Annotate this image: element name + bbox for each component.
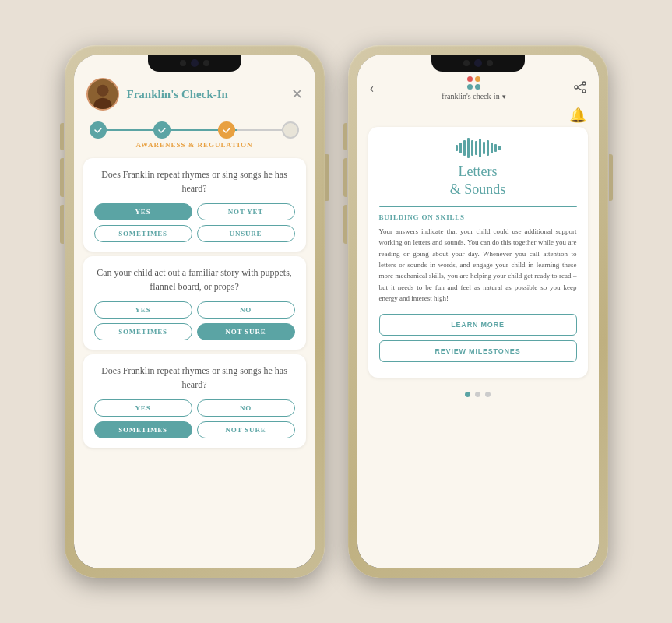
bar-12: [498, 146, 501, 150]
svg-point-4: [582, 90, 586, 93]
camera-speaker: [180, 60, 186, 66]
phone-1: Franklin's Check-In ✕: [65, 45, 325, 578]
bar-3: [463, 140, 466, 156]
dot-teal-1: [467, 84, 473, 90]
bar-9: [487, 140, 489, 156]
body-text: Your answers indicate that your child co…: [379, 226, 577, 304]
question-text-2: Can your child act out a familiar story …: [94, 266, 295, 294]
q2-btn-not-sure[interactable]: NOT SURE: [197, 323, 295, 340]
side-button-left-2: [343, 158, 347, 197]
q2-btn-no[interactable]: NO: [197, 301, 295, 319]
phone-2: ‹ franklin's check-in ▾: [348, 45, 608, 578]
divider: [379, 206, 577, 207]
card-title: Letters & Sounds: [379, 163, 577, 199]
sound-icon: [379, 138, 577, 158]
progress-step-2: [153, 121, 171, 139]
bell-icon[interactable]: 🔔: [569, 107, 586, 124]
bell-area: 🔔: [357, 107, 599, 127]
camera-lens-2: [474, 59, 482, 67]
q1-btn-unsure[interactable]: UNSURE: [197, 225, 295, 242]
q1-btn-sometimes[interactable]: SOMETIMES: [94, 225, 192, 242]
question-card-2: Can your child act out a familiar story …: [83, 256, 306, 350]
avatar: [86, 78, 119, 111]
dot-red: [467, 76, 473, 82]
question-3-buttons: YES NO SOMETIMES NOT SURE: [94, 399, 295, 438]
dot-teal-2: [475, 84, 480, 90]
question-text-1: Does Franklin repeat rhymes or sing song…: [94, 167, 295, 195]
q2-btn-sometimes[interactable]: SOMETIMES: [94, 323, 192, 340]
progress-label: AWARENESS & REGULATION: [74, 139, 315, 153]
review-milestones-button[interactable]: REVIEW MILESTONES: [379, 340, 577, 362]
svg-point-1: [97, 85, 108, 97]
q3-btn-no[interactable]: NO: [197, 399, 295, 417]
bar-5: [471, 140, 473, 156]
side-button-2: [60, 158, 64, 197]
back-button[interactable]: ‹: [370, 80, 375, 97]
camera-bar: [148, 55, 241, 72]
question-card-1: Does Franklin repeat rhymes or sing song…: [83, 158, 306, 252]
side-button-right-2: [609, 154, 613, 201]
p2-app-title: franklin's check-in: [442, 92, 499, 100]
bar-4: [467, 138, 470, 158]
bar-7: [479, 139, 481, 157]
camera-bar-2: [431, 55, 525, 72]
learn-more-button[interactable]: LEARN MORE: [379, 314, 577, 336]
logo-area: franklin's check-in ▾: [442, 76, 505, 100]
pagination: [357, 385, 599, 403]
q2-btn-yes[interactable]: YES: [94, 301, 192, 319]
question-2-buttons: YES NO SOMETIMES NOT SURE: [94, 301, 295, 340]
question-card-3: Does Franklin repeat rhymes or sing song…: [83, 354, 306, 448]
q1-btn-yes[interactable]: YES: [94, 203, 192, 220]
svg-point-3: [582, 82, 586, 85]
camera-speaker-2: [463, 60, 470, 66]
section-title: BUILDING ON SKILLS: [379, 213, 577, 221]
progress-step-3: [218, 121, 235, 139]
side-button-left-1: [343, 123, 347, 150]
svg-line-7: [578, 88, 582, 90]
svg-point-5: [575, 86, 578, 89]
dot-orange: [475, 76, 480, 82]
q3-btn-yes[interactable]: YES: [94, 399, 192, 417]
svg-line-6: [578, 84, 582, 86]
p2-content: Letters & Sounds BUILDING ON SKILLS Your…: [357, 127, 599, 385]
page-dot-1[interactable]: [465, 392, 470, 397]
bar-10: [491, 143, 493, 153]
progress-step-4: [282, 121, 299, 139]
camera-sensor: [203, 60, 209, 66]
app-title: Franklin's Check-In: [127, 88, 283, 101]
close-button[interactable]: ✕: [291, 86, 303, 103]
side-button-3: [60, 205, 64, 244]
bar-11: [494, 144, 497, 152]
question-text-3: Does Franklin repeat rhymes or sing song…: [94, 364, 295, 392]
sound-bars: [456, 138, 501, 158]
side-button-right: [325, 154, 329, 201]
side-button-left-3: [343, 205, 347, 244]
progress-step-1: [90, 121, 107, 139]
q3-btn-sometimes[interactable]: SOMETIMES: [94, 421, 192, 438]
bar-8: [483, 142, 485, 154]
camera-lens: [191, 59, 199, 67]
page-dot-3[interactable]: [485, 392, 491, 397]
bar-6: [475, 141, 477, 155]
side-button-1: [60, 123, 64, 150]
q1-btn-not-yet[interactable]: NOT YET: [197, 203, 295, 220]
bar-1: [456, 145, 458, 151]
question-1-buttons: YES NOT YET SOMETIMES UNSURE: [94, 203, 295, 242]
q3-btn-not-sure[interactable]: NOT SURE: [197, 421, 295, 438]
page-dot-2[interactable]: [475, 392, 480, 397]
bar-2: [459, 143, 462, 153]
dropdown-indicator[interactable]: ▾: [502, 93, 506, 100]
camera-sensor-2: [487, 60, 493, 66]
p2-card: Letters & Sounds BUILDING ON SKILLS Your…: [368, 127, 588, 378]
share-button[interactable]: [574, 81, 586, 97]
logo-dots: [467, 76, 480, 90]
